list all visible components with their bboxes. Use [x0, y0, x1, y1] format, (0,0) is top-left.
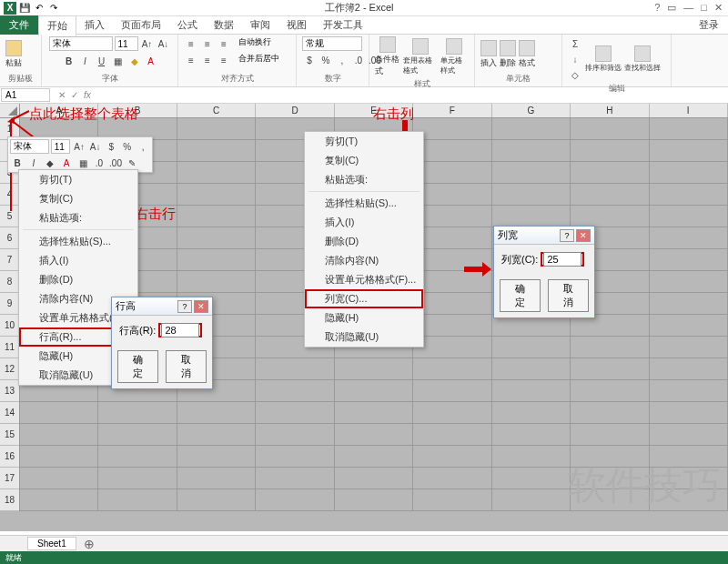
font-name-combo[interactable]: 宋体 [49, 36, 113, 51]
fill-icon[interactable]: ↓ [568, 52, 582, 66]
tab-formulas[interactable]: 公式 [169, 15, 206, 35]
clear-icon[interactable]: ◇ [568, 67, 582, 82]
row-header[interactable]: 13 [0, 380, 19, 402]
cell[interactable] [413, 249, 491, 271]
enter-fx-icon[interactable]: ✓ [71, 90, 78, 100]
cell[interactable] [335, 358, 413, 380]
cell[interactable] [650, 468, 728, 489]
mini-dec-font-icon[interactable]: A↓ [88, 139, 103, 154]
minimize-icon[interactable]: — [683, 2, 693, 14]
cell[interactable] [413, 446, 491, 468]
align-right-icon[interactable]: ≡ [217, 53, 231, 67]
align-mid-icon[interactable]: ≡ [200, 36, 215, 51]
tab-file[interactable]: 文件 [0, 15, 38, 35]
context-item[interactable]: 粘贴选项: [305, 170, 423, 189]
autosum-icon[interactable]: Σ [568, 36, 582, 51]
cell[interactable] [571, 446, 649, 468]
col-ok-button[interactable]: 确定 [500, 279, 541, 312]
row-headers[interactable]: 123456789101112131415161718 [0, 118, 20, 511]
row-header[interactable]: 18 [0, 489, 19, 511]
cell[interactable] [650, 206, 728, 227]
col-header[interactable]: H [571, 104, 649, 117]
row-header[interactable]: 4 [0, 184, 19, 206]
context-item[interactable]: 选择性粘贴(S)... [305, 194, 423, 213]
tab-review[interactable]: 审阅 [242, 15, 278, 35]
col-cancel-button[interactable]: 取消 [548, 279, 589, 312]
cell[interactable] [177, 140, 256, 162]
cell[interactable] [492, 380, 571, 402]
italic-button[interactable]: I [78, 54, 93, 68]
cell[interactable] [650, 337, 728, 358]
context-item[interactable]: 复制(C) [305, 151, 423, 170]
cell[interactable] [571, 162, 649, 184]
help-icon[interactable]: ? [654, 2, 660, 14]
tab-layout[interactable]: 页面布局 [113, 15, 169, 35]
close-icon[interactable]: ✕ [714, 2, 723, 14]
cell[interactable] [335, 380, 413, 402]
col-header[interactable]: E [335, 104, 413, 117]
cell[interactable] [492, 402, 571, 424]
row-height-input[interactable] [161, 323, 199, 337]
cell[interactable] [492, 337, 571, 358]
cell[interactable] [492, 446, 571, 468]
cell[interactable] [571, 140, 649, 162]
mini-size-combo[interactable]: 11 [51, 139, 71, 154]
cell[interactable] [413, 358, 491, 380]
maximize-icon[interactable]: □ [701, 2, 707, 14]
cell[interactable] [413, 293, 491, 315]
tab-view[interactable]: 视图 [278, 15, 315, 35]
wrap-text-button[interactable]: 自动换行 [238, 36, 271, 51]
mini-italic-icon[interactable]: I [26, 156, 41, 170]
mini-format-painter-icon[interactable]: ✎ [125, 156, 139, 170]
cell[interactable] [492, 140, 571, 162]
cell[interactable] [413, 162, 491, 184]
cell[interactable] [413, 315, 491, 337]
cell[interactable] [335, 402, 413, 424]
cell[interactable] [177, 489, 256, 511]
font-color-button[interactable]: A [144, 54, 158, 68]
cell[interactable] [650, 358, 728, 380]
tab-data[interactable]: 数据 [206, 15, 242, 35]
ribbon-toggle-icon[interactable]: ▭ [667, 2, 676, 14]
insert-cells-button[interactable]: 插入 [480, 40, 497, 69]
context-item[interactable]: 剪切(T) [19, 170, 137, 189]
context-item[interactable]: 设置单元格格式(F)... [305, 270, 423, 289]
cell[interactable] [492, 424, 571, 446]
cell[interactable] [177, 227, 256, 249]
cell[interactable] [335, 468, 413, 489]
fx-icon[interactable]: fx [84, 90, 91, 100]
cell[interactable] [650, 249, 728, 271]
row-header[interactable]: 16 [0, 446, 19, 468]
cell[interactable] [177, 162, 256, 184]
cell[interactable] [177, 184, 256, 206]
cell[interactable] [571, 337, 649, 358]
login-link[interactable]: 登录 [699, 18, 728, 32]
fill-color-button[interactable]: ◆ [127, 54, 142, 68]
row-cancel-button[interactable]: 取消 [166, 350, 207, 383]
cell[interactable] [413, 206, 491, 227]
currency-icon[interactable]: $ [302, 53, 317, 67]
cell[interactable] [98, 489, 177, 511]
cell[interactable] [492, 468, 571, 489]
cell[interactable] [335, 489, 413, 511]
cell[interactable] [177, 468, 256, 489]
decrease-font-icon[interactable]: A↓ [157, 36, 171, 51]
context-item[interactable]: 复制(C) [19, 189, 137, 208]
cell[interactable] [650, 315, 728, 337]
cell[interactable] [98, 468, 177, 489]
mini-inc-font-icon[interactable]: A↑ [72, 139, 86, 154]
col-header[interactable]: D [256, 104, 334, 117]
bold-button[interactable]: B [62, 54, 76, 68]
cell[interactable] [571, 206, 649, 227]
cell[interactable] [98, 402, 177, 424]
mini-dec-icon[interactable]: .0 [92, 156, 106, 170]
row-header[interactable]: 15 [0, 424, 19, 446]
cell[interactable] [571, 358, 649, 380]
cell[interactable] [413, 271, 491, 293]
tab-developer[interactable]: 开发工具 [315, 15, 371, 35]
dialog-close-icon[interactable]: ✕ [576, 229, 591, 242]
table-format-button[interactable]: 套用表格格式 [403, 38, 438, 76]
mini-fill-icon[interactable]: ◆ [43, 156, 57, 170]
cell[interactable] [571, 380, 649, 402]
comma-icon[interactable]: , [335, 53, 349, 67]
